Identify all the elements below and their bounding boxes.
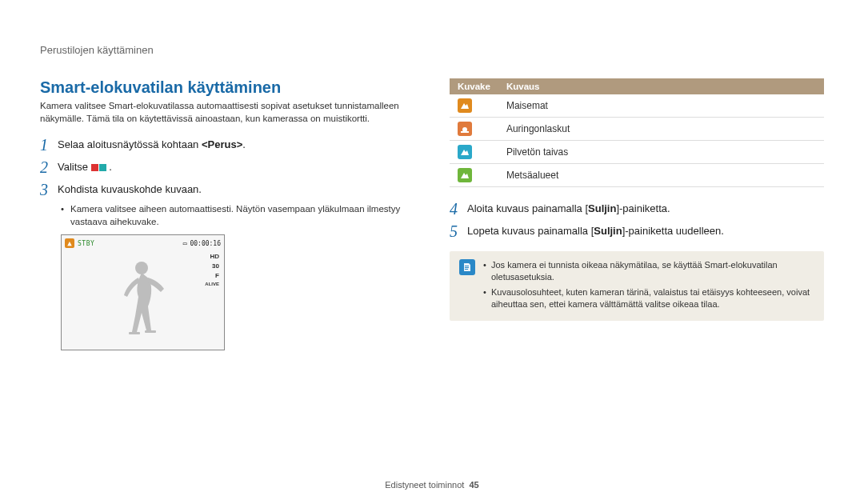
note-2: Kuvausolosuhteet, kuten kameran tärinä, … xyxy=(483,286,814,310)
icon-cell xyxy=(450,141,498,164)
svg-rect-2 xyxy=(145,330,156,333)
table-row: Maisemat xyxy=(450,94,824,118)
step-2: 2 Valitse . xyxy=(40,158,414,176)
scene-icon: ▲ xyxy=(65,238,74,248)
step-3-sub-text: Kamera valitsee aiheen automaattisesti. … xyxy=(61,203,414,228)
table-row: Auringonlaskut xyxy=(450,118,824,141)
step-text: Lopeta kuvaus painamalla [Suljin]-painik… xyxy=(467,222,724,239)
icon-label: Metsäalueet xyxy=(498,164,824,187)
fps-label: 30 xyxy=(212,262,219,270)
svg-rect-1 xyxy=(129,332,140,334)
sd-icon: ▭ xyxy=(183,240,187,247)
step-4: 4 Aloita kuvaus painamalla [Suljin]-pain… xyxy=(450,200,824,218)
rec-time: 00:00:16 xyxy=(190,240,221,247)
f-label: F xyxy=(215,272,219,279)
icon-cell xyxy=(450,164,498,187)
step-5: 5 Lopeta kuvaus painamalla [Suljin]-pain… xyxy=(450,222,824,240)
camera-preview: ▲ STBY ▭ 00:00:16 HD 30 F ALIVE xyxy=(61,234,225,350)
mountain-icon xyxy=(458,145,472,159)
step-number: 1 xyxy=(40,136,58,154)
svg-rect-4 xyxy=(461,131,469,133)
page-title: Smart-elokuvatilan käyttäminen xyxy=(40,78,414,97)
sunset-icon xyxy=(458,122,472,136)
step-text: Selaa aloitusnäytössä kohtaan <Perus>. xyxy=(58,136,246,153)
alive-label: ALIVE xyxy=(205,282,219,286)
table-row: Pilvetön taivas xyxy=(450,141,824,164)
icon-label: Pilvetön taivas xyxy=(498,141,824,164)
note-box: Jos kamera ei tunnista oikeaa näkymätila… xyxy=(450,251,824,321)
page-footer: Edistyneet toiminnot 45 xyxy=(0,480,864,490)
icon-table-head-icon: Kuvake xyxy=(450,78,498,94)
steps-list: 1 Selaa aloitusnäytössä kohtaan <Perus>.… xyxy=(40,136,414,198)
icon-label: Auringonlaskut xyxy=(498,118,824,141)
step-number: 2 xyxy=(40,158,58,176)
hd-label: HD xyxy=(210,253,219,260)
mountain-icon xyxy=(458,98,472,113)
skater-silhouette xyxy=(111,257,175,337)
note-icon xyxy=(459,259,475,275)
step-3: 3 Kohdista kuvauskohde kuvaan. xyxy=(40,181,414,198)
intro-text: Kamera valitsee Smart-elokuvatilassa aut… xyxy=(40,100,414,125)
icon-table-head-desc: Kuvaus xyxy=(498,78,824,94)
icon-table: Kuvake Kuvaus MaisematAuringonlaskutPilv… xyxy=(450,78,824,187)
step-text: Aloita kuvaus painamalla [Suljin]-painik… xyxy=(467,200,670,217)
icon-cell xyxy=(450,118,498,141)
step-number: 4 xyxy=(450,200,467,218)
icon-label: Maisemat xyxy=(498,94,824,118)
step-text: Kohdista kuvauskohde kuvaan. xyxy=(58,181,202,198)
table-row: Metsäalueet xyxy=(450,164,824,187)
svg-point-0 xyxy=(135,262,148,274)
smart-mode-icon xyxy=(91,164,106,171)
note-1: Jos kamera ei tunnista oikeaa näkymätila… xyxy=(483,259,814,283)
step-number: 5 xyxy=(450,222,467,240)
icon-cell xyxy=(450,94,498,118)
mountain-icon xyxy=(458,168,472,182)
stby-label: STBY xyxy=(78,240,94,247)
steps-list-right: 4 Aloita kuvaus painamalla [Suljin]-pain… xyxy=(450,200,824,240)
step-3-sub: Kamera valitsee aiheen automaattisesti. … xyxy=(61,203,414,228)
step-number: 3 xyxy=(40,181,58,198)
breadcrumb: Perustilojen käyttäminen xyxy=(40,44,824,56)
step-1: 1 Selaa aloitusnäytössä kohtaan <Perus>. xyxy=(40,136,414,154)
step-text: Valitse . xyxy=(58,158,112,175)
